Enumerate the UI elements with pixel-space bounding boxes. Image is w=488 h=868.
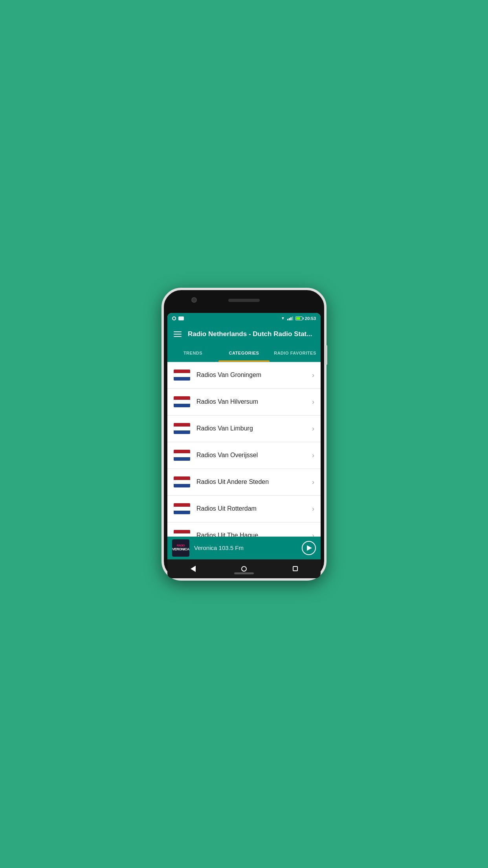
- netherlands-flag-icon: [174, 476, 190, 487]
- tab-trends[interactable]: TRENDS: [167, 344, 218, 362]
- battery-fill: [296, 317, 300, 320]
- phone-camera: [191, 297, 197, 303]
- netherlands-flag-icon: [174, 396, 190, 407]
- now-playing-bar[interactable]: RADIOVERONICA Veronica 103.5 Fm: [167, 537, 321, 559]
- back-icon: [191, 566, 196, 572]
- list-item[interactable]: Radios Van Groningem ›: [167, 362, 321, 389]
- status-bar: ▼ 20:53: [167, 313, 321, 324]
- hamburger-line-2: [174, 334, 182, 335]
- battery-icon: [295, 316, 303, 320]
- home-indicator: [234, 572, 254, 574]
- phone-screen: ▼ 20:53 Radio Netherlands - Dut: [167, 313, 321, 578]
- item-label: Radios Uit Andere Steden: [196, 478, 306, 485]
- item-label: Radios Van Groningem: [196, 371, 306, 379]
- hamburger-line-1: [174, 331, 182, 332]
- list-item[interactable]: Radios Uit Andere Steden ›: [167, 469, 321, 496]
- item-label: Radios Uit Rotterdam: [196, 505, 306, 512]
- signal-bar-4: [292, 316, 293, 320]
- tab-bar: TRENDS CATEGORIES RADIO FAVORITES: [167, 344, 321, 362]
- play-button[interactable]: [302, 541, 316, 555]
- status-right-icons: ▼ 20:53: [281, 316, 316, 321]
- item-label: Radios Uit The Hague: [196, 532, 306, 537]
- item-label: Radios Van Hilversum: [196, 398, 306, 405]
- recents-button[interactable]: [287, 561, 303, 577]
- signal-bars-icon: [287, 316, 293, 320]
- phone-side-button: [325, 345, 327, 365]
- status-circle-icon: [172, 316, 176, 320]
- hamburger-line-3: [174, 336, 182, 337]
- categories-list: Radios Van Groningem › Radios Van Hilver…: [167, 362, 321, 537]
- logo-text: RADIOVERONICA: [172, 544, 189, 552]
- item-label: Radios Van Overijssel: [196, 452, 306, 459]
- signal-bar-1: [287, 319, 288, 320]
- status-sim-icon: [178, 316, 184, 320]
- item-label: Radios Van Limburg: [196, 425, 306, 432]
- phone-frame: ▼ 20:53 Radio Netherlands - Dut: [161, 288, 327, 581]
- tab-radio-favorites[interactable]: RADIO FAVORITES: [270, 344, 321, 362]
- chevron-right-icon: ›: [312, 398, 314, 406]
- list-item[interactable]: Radios Uit Rotterdam ›: [167, 496, 321, 522]
- nav-bar: [167, 559, 321, 578]
- list-item[interactable]: Radios Van Hilversum ›: [167, 389, 321, 416]
- phone-speaker: [228, 299, 260, 302]
- home-button[interactable]: [236, 561, 252, 577]
- recents-icon: [293, 566, 298, 571]
- signal-bar-2: [289, 318, 290, 320]
- home-icon: [241, 566, 247, 572]
- netherlands-flag-icon: [174, 503, 190, 514]
- wifi-icon: ▼: [281, 316, 285, 320]
- station-logo: RADIOVERONICA: [172, 539, 189, 557]
- netherlands-flag-icon: [174, 530, 190, 537]
- netherlands-flag-icon: [174, 370, 190, 381]
- app-title: Radio Netherlands - Dutch Radio Stat...: [188, 330, 314, 338]
- status-left-icons: [172, 316, 184, 320]
- tab-categories[interactable]: CATEGORIES: [218, 344, 270, 362]
- menu-button[interactable]: [174, 331, 182, 337]
- app-header: Radio Netherlands - Dutch Radio Stat...: [167, 324, 321, 344]
- netherlands-flag-icon: [174, 423, 190, 434]
- station-name: Veronica 103.5 Fm: [194, 544, 297, 551]
- list-item[interactable]: Radios Uit The Hague ›: [167, 522, 321, 537]
- back-button[interactable]: [185, 561, 201, 577]
- signal-bar-3: [290, 317, 292, 320]
- netherlands-flag-icon: [174, 450, 190, 461]
- chevron-right-icon: ›: [312, 451, 314, 460]
- chevron-right-icon: ›: [312, 478, 314, 486]
- status-time: 20:53: [305, 316, 316, 321]
- chevron-right-icon: ›: [312, 531, 314, 537]
- list-item[interactable]: Radios Van Overijssel ›: [167, 442, 321, 469]
- chevron-right-icon: ›: [312, 505, 314, 513]
- chevron-right-icon: ›: [312, 371, 314, 379]
- list-item[interactable]: Radios Van Limburg ›: [167, 416, 321, 442]
- play-icon: [307, 545, 312, 551]
- chevron-right-icon: ›: [312, 425, 314, 433]
